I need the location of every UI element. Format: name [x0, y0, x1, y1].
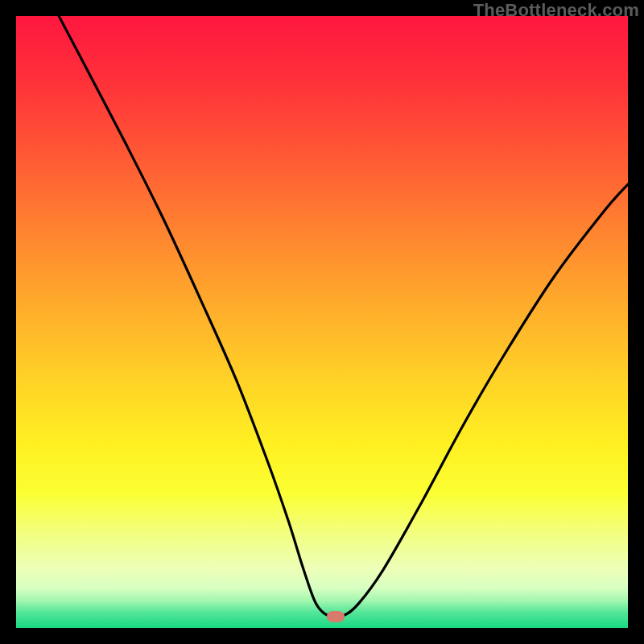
bottleneck-curve: [16, 16, 628, 628]
watermark-text: TheBottleneck.com: [473, 0, 639, 21]
chart-frame: TheBottleneck.com: [0, 0, 644, 644]
plot-area: [16, 16, 628, 628]
optimum-marker: [327, 611, 345, 622]
